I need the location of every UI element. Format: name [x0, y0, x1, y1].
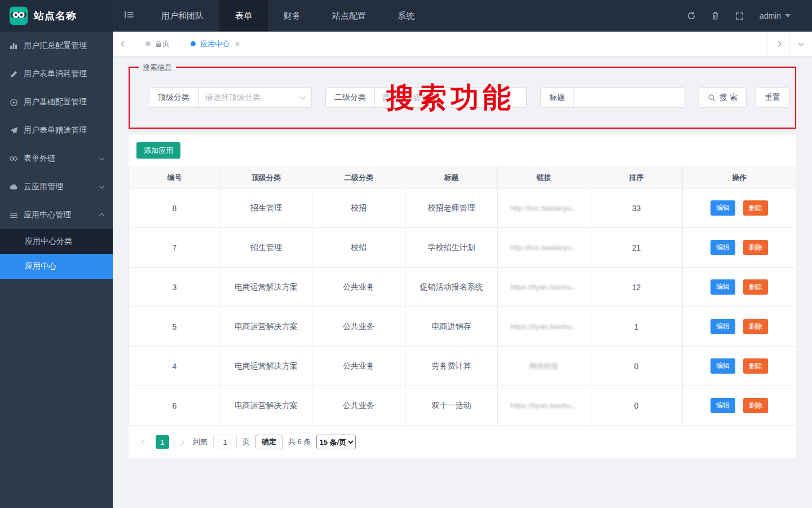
cell-sort: 0 — [590, 347, 683, 386]
nav-item-forms[interactable]: 表单 — [219, 0, 268, 32]
chevron-up-icon — [99, 213, 105, 219]
cell-id: 6 — [129, 386, 220, 426]
tab-dot-icon — [191, 41, 196, 46]
edit-button[interactable]: 编辑 — [710, 240, 735, 255]
col-top-category: 顶级分类 — [220, 167, 312, 189]
col-title: 标题 — [405, 167, 498, 189]
top-category-select[interactable]: 请选择顶级分类 — [198, 88, 311, 107]
logo-icon — [9, 6, 28, 25]
sidebar-item-user-summary-config[interactable]: 用户汇总配置管理 — [0, 32, 113, 60]
chevron-down-icon — [99, 183, 105, 189]
sidebar-item-form-external-link[interactable]: 表单外链 — [0, 144, 113, 173]
title-input[interactable] — [574, 88, 685, 107]
cell-id: 7 — [129, 228, 220, 268]
nav-item-system[interactable]: 系统 — [382, 0, 430, 32]
search-button[interactable]: 搜 索 — [699, 87, 747, 108]
config-disc-icon — [9, 98, 18, 107]
top-category-group: 顶级分类 请选择顶级分类 — [149, 87, 312, 108]
tabs-menu-button[interactable] — [789, 32, 812, 56]
sidebar: 用户汇总配置管理 用户表单消耗管理 用户基础配置管理 用户表单赠送管理 表单外链 — [0, 32, 113, 508]
cell-second-category: 公共业务 — [312, 268, 405, 307]
tabs-scroll-right-button[interactable] — [767, 32, 789, 56]
goto-confirm-button[interactable]: 确定 — [255, 435, 283, 449]
app-table: 编号 顶级分类 二级分类 标题 链接 排序 操作 8 — [129, 167, 796, 426]
nav-item-finance[interactable]: 财务 — [268, 0, 316, 32]
cell-actions: 编辑 删除 — [683, 189, 796, 228]
sidebar-item-form-gift[interactable]: 用户表单赠送管理 — [0, 116, 113, 144]
delete-button[interactable]: 删除 — [743, 398, 768, 413]
reset-button-label: 重置 — [765, 93, 780, 103]
sidebar-item-app-center-category[interactable]: 应用中心分类 — [0, 229, 113, 254]
tab-home[interactable]: 首页 — [135, 32, 180, 56]
chevron-down-icon — [798, 40, 804, 46]
sidebar-item-label: 表单外链 — [24, 154, 55, 164]
fullscreen-icon[interactable] — [735, 11, 744, 20]
search-panel-legend: 搜索信息 — [139, 63, 176, 73]
cell-top-category: 电商运营解决方案 — [220, 347, 312, 386]
goto-label: 到第 — [193, 437, 208, 447]
cell-title: 学校招生计划 — [405, 228, 498, 268]
cell-id: 5 — [129, 307, 220, 347]
col-actions: 操作 — [683, 167, 796, 189]
delete-button[interactable]: 删除 — [743, 358, 768, 374]
site-name: 站点名称 — [34, 9, 77, 23]
app-root: 站点名称 用户和团队 表单 财务 站点配置 系统 admin — [0, 0, 812, 508]
edit-button[interactable]: 编辑 — [710, 319, 735, 334]
logo-area[interactable]: 站点名称 — [0, 0, 113, 32]
sidebar-item-label: 用户表单消耗管理 — [24, 69, 87, 79]
tabs-scroll-left-button[interactable] — [113, 32, 135, 56]
title-label: 标题 — [541, 88, 574, 107]
tab-app-center[interactable]: 应用中心 × — [180, 32, 250, 56]
sidebar-collapse-button[interactable] — [113, 0, 145, 32]
edit-button[interactable]: 编辑 — [710, 358, 735, 374]
sidebar-item-app-center-mgmt[interactable]: 应用中心管理 — [0, 201, 113, 229]
col-sort: 排序 — [590, 167, 683, 189]
sidebar-item-form-consumption[interactable]: 用户表单消耗管理 — [0, 60, 113, 88]
refresh-icon[interactable] — [687, 11, 696, 20]
tab-label: 应用中心 — [200, 39, 230, 49]
cell-top-category: 招生管理 — [220, 228, 312, 268]
total-count-label: 共 6 条 — [288, 437, 311, 447]
nav-item-users-teams[interactable]: 用户和团队 — [145, 0, 219, 32]
trash-icon[interactable] — [711, 11, 720, 20]
delete-button[interactable]: 删除 — [743, 279, 768, 295]
cell-title: 双十一活动 — [405, 386, 498, 426]
next-page-button[interactable] — [175, 435, 187, 449]
table-row: 7 招生管理 校招 学校招生计划 http://kxc.baidaoyu... … — [129, 228, 796, 268]
edit-button[interactable]: 编辑 — [710, 279, 735, 295]
table-row: 6 电商运营解决方案 公共业务 双十一活动 https://tiyan.bais… — [129, 386, 796, 426]
reset-button[interactable]: 重置 — [756, 87, 789, 108]
cell-top-category: 电商运营解决方案 — [220, 386, 312, 426]
cell-sort: 0 — [590, 386, 683, 426]
delete-button[interactable]: 删除 — [743, 240, 768, 255]
tabbar-spacer — [250, 32, 767, 56]
prev-page-button[interactable] — [138, 435, 150, 449]
sidebar-item-label: 用户表单赠送管理 — [24, 125, 87, 135]
add-app-button[interactable]: 添加应用 — [136, 142, 180, 159]
sidebar-item-app-center[interactable]: 应用中心 — [0, 254, 113, 279]
pen-icon — [9, 69, 18, 78]
cell-link: https://tiyan.baishu... — [498, 386, 590, 426]
delete-button[interactable]: 删除 — [743, 319, 768, 334]
top-header: 站点名称 用户和团队 表单 财务 站点配置 系统 admin — [0, 0, 812, 32]
sidebar-item-user-base-config[interactable]: 用户基础配置管理 — [0, 88, 113, 116]
main-area: 首页 应用中心 × 搜索信息 顶级分类 — [113, 32, 812, 508]
edit-button[interactable]: 编辑 — [710, 398, 735, 413]
top-nav: 用户和团队 表单 财务 站点配置 系统 — [145, 0, 430, 32]
page-size-select[interactable]: 15 条/页 — [316, 435, 356, 449]
sidebar-item-cloud-app[interactable]: 云应用管理 — [0, 173, 113, 201]
admin-menu[interactable]: admin — [760, 11, 791, 20]
cell-link: 网络链接 — [498, 347, 590, 386]
edit-button[interactable]: 编辑 — [710, 200, 735, 216]
sidebar-item-label: 用户基础配置管理 — [24, 97, 87, 107]
second-category-input[interactable] — [375, 88, 526, 107]
goto-page-input[interactable] — [213, 435, 237, 449]
tab-close-icon[interactable]: × — [235, 40, 240, 49]
sidebar-item-label: 应用中心分类 — [25, 237, 72, 247]
table-row: 5 电商运营解决方案 公共业务 电商进销存 https://tiyan.bais… — [129, 307, 796, 347]
delete-button[interactable]: 删除 — [743, 200, 768, 216]
cell-sort: 33 — [590, 189, 683, 228]
page-number-current[interactable]: 1 — [156, 435, 169, 449]
nav-item-site-config[interactable]: 站点配置 — [316, 0, 382, 32]
cell-actions: 编辑 删除 — [683, 228, 796, 268]
